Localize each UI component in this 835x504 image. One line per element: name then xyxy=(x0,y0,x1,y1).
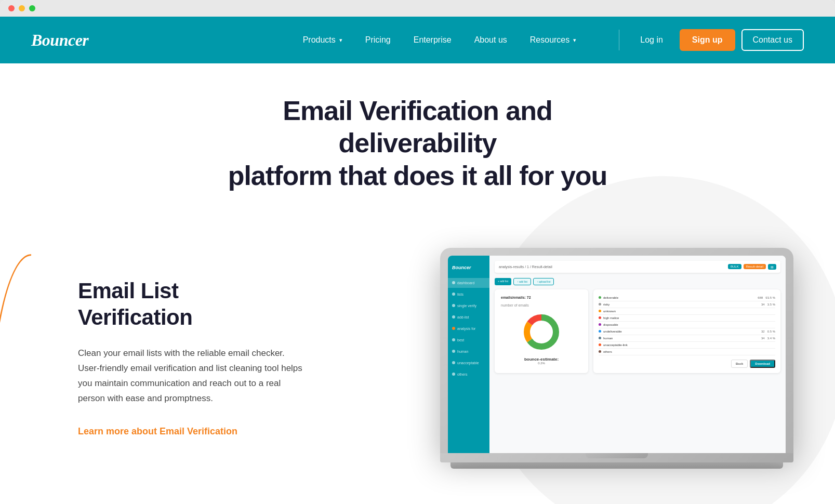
screen-sidebar-item: add-list xyxy=(448,312,489,322)
screen-upload-btn[interactable]: ↑ upload list xyxy=(533,278,554,285)
svg-point-3 xyxy=(532,323,551,341)
table-row: risky 34 3.5 % xyxy=(599,301,775,308)
minimize-window-button[interactable] xyxy=(19,5,25,11)
screen-main-area: analysis-results / 1 / Result-detail BUL… xyxy=(489,256,786,453)
nav-item-resources[interactable]: Resources ▾ xyxy=(519,17,588,63)
screen-action-buttons: + add list ↑ add list ↑ upload list xyxy=(495,278,780,285)
nav-item-pricing[interactable]: Pricing xyxy=(354,17,402,63)
browser-window: Bouncer Products ▾ Pricing Enterprise Ab… xyxy=(0,0,835,504)
table-cell-label: unknown xyxy=(599,310,775,313)
table-cell-value: 34 3.5 % xyxy=(761,303,775,306)
table-cell-label: human xyxy=(599,337,761,340)
feature-content-right: Bouncer dashboard lists xyxy=(338,248,793,469)
screen-sidebar-item: lists xyxy=(448,289,489,299)
laptop-mockup: Bouncer dashboard lists xyxy=(440,248,793,469)
screen-badge-result: Result-detail xyxy=(744,264,766,269)
hero-title: Email Verification and deliverability pl… xyxy=(210,95,626,192)
screen-results-table: deliverable 688 93.5 % risky xyxy=(593,289,780,373)
screen-sidebar-item: dashboard xyxy=(448,278,489,288)
screen-badge-user: ▤ xyxy=(768,264,776,270)
screen-sidebar: Bouncer dashboard lists xyxy=(448,256,489,453)
donut-stats: bounce-estimate: 0.2% xyxy=(501,357,582,365)
screen-back-button[interactable]: Back xyxy=(731,360,748,368)
feature-title: Email List Verification xyxy=(78,278,307,330)
table-cell-label: undeliverable xyxy=(599,330,761,333)
table-row: undeliverable 32 0.5 % xyxy=(599,328,775,335)
table-row: unknown xyxy=(599,308,775,315)
table-row: unacceptable-link xyxy=(599,342,775,349)
screen-badge-bulk: BULK xyxy=(728,264,741,269)
table-cell-value: 688 93.5 % xyxy=(758,296,775,299)
screen-bottom-buttons: Back Download xyxy=(599,360,775,368)
products-chevron-icon: ▾ xyxy=(339,37,342,44)
laptop-body: Bouncer dashboard lists xyxy=(440,248,793,453)
table-row: human 34 3.4 % xyxy=(599,335,775,342)
table-row: high malice xyxy=(599,315,775,322)
laptop-screen: Bouncer dashboard lists xyxy=(448,256,786,453)
table-cell-label: high malice xyxy=(599,316,775,320)
maximize-window-button[interactable] xyxy=(29,5,35,11)
screen-logo: Bouncer xyxy=(448,261,489,276)
screen-sidebar-item: analysis for xyxy=(448,324,489,334)
table-cell-label: risky xyxy=(599,303,761,306)
screen-download-button[interactable]: Download xyxy=(750,360,775,368)
screen-sidebar-item: others xyxy=(448,369,489,379)
arc-decoration xyxy=(0,254,73,504)
nav-item-about[interactable]: About us xyxy=(463,17,519,63)
laptop-notch xyxy=(586,453,648,458)
screen-sidebar-item: single verify xyxy=(448,301,489,311)
laptop-hinge xyxy=(440,453,793,462)
signup-button[interactable]: Sign up xyxy=(680,29,735,51)
table-cell-label: others xyxy=(599,350,775,353)
table-cell-label: unacceptable-link xyxy=(599,343,775,347)
screen-content: Bouncer dashboard lists xyxy=(448,256,786,453)
table-row: disposable xyxy=(599,322,775,328)
login-button[interactable]: Log in xyxy=(630,35,673,45)
close-window-button[interactable] xyxy=(8,5,15,11)
nav-divider xyxy=(619,30,619,50)
navbar: Bouncer Products ▾ Pricing Enterprise Ab… xyxy=(0,17,835,63)
screen-add-list-btn-2[interactable]: ↑ add list xyxy=(513,278,531,285)
feature-content-left: Email List Verification Clean your email… xyxy=(78,278,338,438)
nav-item-products[interactable]: Products ▾ xyxy=(291,17,354,63)
window-titlebar xyxy=(0,0,835,17)
table-cell-value: 34 3.4 % xyxy=(761,337,775,340)
logo[interactable]: Bouncer xyxy=(31,31,88,50)
content-section: Email List Verification Clean your email… xyxy=(0,213,835,504)
screen-sidebar-item: unacceptable xyxy=(448,358,489,368)
donut-subtitle: number of emails xyxy=(501,303,582,307)
donut-chart-container: emails/emails: 72 number of emails xyxy=(495,289,588,373)
screen-add-list-btn[interactable]: + add list xyxy=(495,278,511,285)
logo-text: Bouncer xyxy=(31,31,88,49)
contact-button[interactable]: Contact us xyxy=(741,29,804,51)
laptop-base-bottom xyxy=(450,462,783,469)
table-cell-label: deliverable xyxy=(599,296,758,299)
donut-title: emails/emails: 72 xyxy=(501,296,582,299)
screen-topbar: analysis-results / 1 / Result-detail BUL… xyxy=(495,261,780,273)
table-row: deliverable 688 93.5 % xyxy=(599,295,775,301)
screen-sidebar-item: human xyxy=(448,347,489,356)
table-row: others xyxy=(599,349,775,355)
nav-links: Products ▾ Pricing Enterprise About us R… xyxy=(291,17,588,63)
table-cell-value: 32 0.5 % xyxy=(761,330,775,333)
resources-chevron-icon: ▾ xyxy=(573,37,576,44)
screen-breadcrumb: analysis-results / 1 / Result-detail xyxy=(499,265,552,269)
learn-more-link[interactable]: Learn more about Email Verification xyxy=(78,426,237,436)
screen-data-area: emails/emails: 72 number of emails xyxy=(495,289,780,373)
feature-description: Clean your email lists with the reliable… xyxy=(78,346,307,406)
table-cell-label: disposable xyxy=(599,323,775,326)
screen-sidebar-item: best xyxy=(448,335,489,345)
screen-topbar-actions: BULK Result-detail ▤ xyxy=(728,264,776,270)
donut-chart xyxy=(521,311,562,353)
nav-item-enterprise[interactable]: Enterprise xyxy=(402,17,463,63)
